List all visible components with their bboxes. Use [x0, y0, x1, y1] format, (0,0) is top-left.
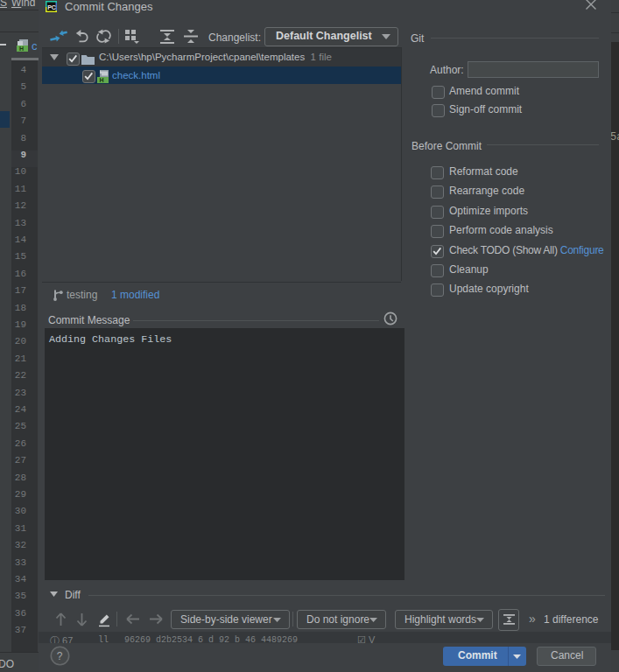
svg-text:?: ?: [57, 650, 63, 662]
svg-text:H: H: [100, 77, 104, 83]
svg-text:PC: PC: [47, 4, 56, 10]
svg-text:H: H: [19, 46, 24, 52]
